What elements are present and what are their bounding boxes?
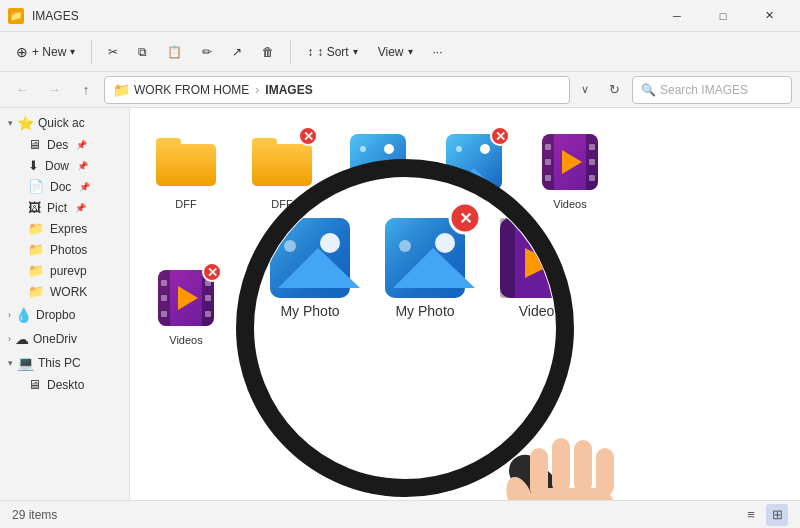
forward-button[interactable]: → (40, 76, 68, 104)
svg-rect-28 (596, 448, 614, 496)
video-icon-bg-1 (542, 134, 598, 190)
svg-rect-24 (525, 488, 615, 500)
more-button[interactable]: ··· (425, 41, 451, 63)
thispc-section: ▾ 💻 This PC 🖥 Deskto (0, 352, 129, 395)
window-controls: ─ □ ✕ (654, 0, 792, 32)
sidebar-item-photos-label: Photos (50, 243, 87, 257)
video-icon-wrapper-1 (538, 130, 602, 194)
cut-button[interactable]: ✂ (100, 41, 126, 63)
copy-button[interactable]: ⧉ (130, 41, 155, 63)
file-area[interactable]: DFF ✕ DFF (130, 108, 800, 500)
sidebar-item-purevp-label: purevp (50, 264, 87, 278)
sidebar-item-downloads-label: Dow (45, 159, 69, 173)
file-item-videos2[interactable]: ✕ Videos (146, 260, 226, 352)
sidebar-item-documents[interactable]: 📄 Doc 📌 (0, 176, 129, 197)
file-label-dff2: DFF (271, 198, 292, 210)
sidebar: ▾ ⭐ Quick ac 🖥 Des 📌 ⬇ Dow 📌 📄 Doc 📌 🖼 (0, 108, 130, 500)
filmstrip-right-1 (586, 134, 598, 190)
delete-icon: 🗑 (262, 45, 274, 59)
search-box[interactable]: 🔍 Search IMAGES (632, 76, 792, 104)
sort-button[interactable]: ↕ ↕ Sort ▾ (299, 41, 365, 63)
pictures-icon: 🖼 (28, 200, 41, 215)
toolbar-sep-2 (290, 40, 291, 64)
folder-icon-3: 📁 (28, 263, 44, 278)
sidebar-item-photos[interactable]: 📁 Photos (0, 239, 129, 260)
onedrive-chevron-icon: › (8, 334, 11, 344)
dropbox-icon: 💧 (15, 307, 32, 323)
dropbox-label: Dropbo (36, 308, 75, 322)
new-button[interactable]: ⊕ + New ▾ (8, 40, 83, 64)
maximize-button[interactable]: □ (700, 0, 746, 32)
cut-icon: ✂ (108, 45, 118, 59)
file-item-videos1[interactable]: Videos (530, 124, 610, 216)
folder-icon-svg-2 (252, 138, 312, 186)
view-button[interactable]: View ▾ (370, 41, 421, 63)
film-hole (545, 159, 551, 165)
sidebar-item-documents-label: Doc (50, 180, 71, 194)
folder-icon-2: 📁 (28, 242, 44, 257)
delete-button[interactable]: 🗑 (254, 41, 282, 63)
video-icon-wrapper-2: ✕ (154, 266, 218, 330)
file-item-dff1[interactable]: DFF (146, 124, 226, 216)
delete-badge-videos2[interactable]: ✕ (202, 262, 222, 282)
thispc-icon: 💻 (17, 355, 34, 371)
sidebar-item-purevp[interactable]: 📁 purevp (0, 260, 129, 281)
sidebar-item-desktop[interactable]: 🖥 Des 📌 (0, 134, 129, 155)
photo-dot-1 (360, 146, 366, 152)
sidebar-item-pictures[interactable]: 🖼 Pict 📌 (0, 197, 129, 218)
onedrive-header[interactable]: › ☁ OneDriv (0, 328, 129, 350)
paste-button[interactable]: 📋 (159, 41, 190, 63)
sidebar-item-downloads[interactable]: ⬇ Dow 📌 (0, 155, 129, 176)
quick-access-header[interactable]: ▾ ⭐ Quick ac (0, 112, 129, 134)
dropbox-chevron-icon: › (8, 310, 11, 320)
back-button[interactable]: ← (8, 76, 36, 104)
more-icon: ··· (433, 45, 443, 59)
toolbar-sep-1 (91, 40, 92, 64)
address-input[interactable]: 📁 WORK FROM HOME › IMAGES (104, 76, 570, 104)
close-button[interactable]: ✕ (746, 0, 792, 32)
folder-body-1 (156, 144, 216, 186)
search-placeholder: Search IMAGES (660, 83, 748, 97)
toolbar: ⊕ + New ▾ ✂ ⧉ 📋 ✏ ↗ 🗑 ↕ ↕ Sort ▾ View ▾ … (0, 32, 800, 72)
refresh-button[interactable]: ↻ (600, 76, 628, 104)
play-button-2 (178, 286, 198, 310)
list-view-button[interactable]: ≡ (740, 504, 762, 526)
file-item-photo2[interactable]: ✕ My Photo (434, 124, 514, 216)
svg-rect-25 (530, 448, 548, 498)
sidebar-item-pictures-label: Pict (47, 201, 67, 215)
doc-icon: 📄 (28, 179, 44, 194)
dropbox-header[interactable]: › 💧 Dropbo (0, 304, 129, 326)
folder-icon-4: 📁 (28, 284, 44, 299)
film-hole-6 (205, 295, 211, 301)
sidebar-item-express-label: Expres (50, 222, 87, 236)
share-button[interactable]: ↗ (224, 41, 250, 63)
hand-decoration (470, 388, 670, 500)
file-label-photo2: My Photo (451, 198, 497, 210)
file-item-photo1[interactable]: My Photo (338, 124, 418, 216)
rename-button[interactable]: ✏ (194, 41, 220, 63)
svg-rect-26 (552, 438, 570, 493)
address-chevron-button[interactable]: ∨ (574, 79, 596, 101)
new-icon: ⊕ (16, 44, 28, 60)
photo-icon-wrapper-2: ✕ (442, 130, 506, 194)
refresh-icon: ↻ (609, 82, 620, 97)
minimize-button[interactable]: ─ (654, 0, 700, 32)
sidebar-item-thispc-desktop-label: Deskto (47, 378, 84, 392)
film-hole (545, 144, 551, 150)
grid-view-button[interactable]: ⊞ (766, 504, 788, 526)
sidebar-item-thispc-desktop[interactable]: 🖥 Deskto (0, 374, 129, 395)
sidebar-item-work[interactable]: 📁 WORK (0, 281, 129, 302)
photo-mountain-1 (364, 168, 392, 182)
up-button[interactable]: ↑ (72, 76, 100, 104)
sidebar-item-express[interactable]: 📁 Expres (0, 218, 129, 239)
delete-badge-dff2[interactable]: ✕ (298, 126, 318, 146)
breadcrumb-current: IMAGES (265, 83, 312, 97)
file-item-dff2[interactable]: ✕ DFF (242, 124, 322, 216)
filmstrip-left-2 (158, 270, 170, 326)
delete-badge-photo2[interactable]: ✕ (490, 126, 510, 146)
onedrive-label: OneDriv (33, 332, 77, 346)
address-bar: ← → ↑ 📁 WORK FROM HOME › IMAGES ∨ ↻ 🔍 Se… (0, 72, 800, 108)
thispc-header[interactable]: ▾ 💻 This PC (0, 352, 129, 374)
sort-icon: ↕ (307, 45, 313, 59)
up-icon: ↑ (83, 82, 90, 97)
